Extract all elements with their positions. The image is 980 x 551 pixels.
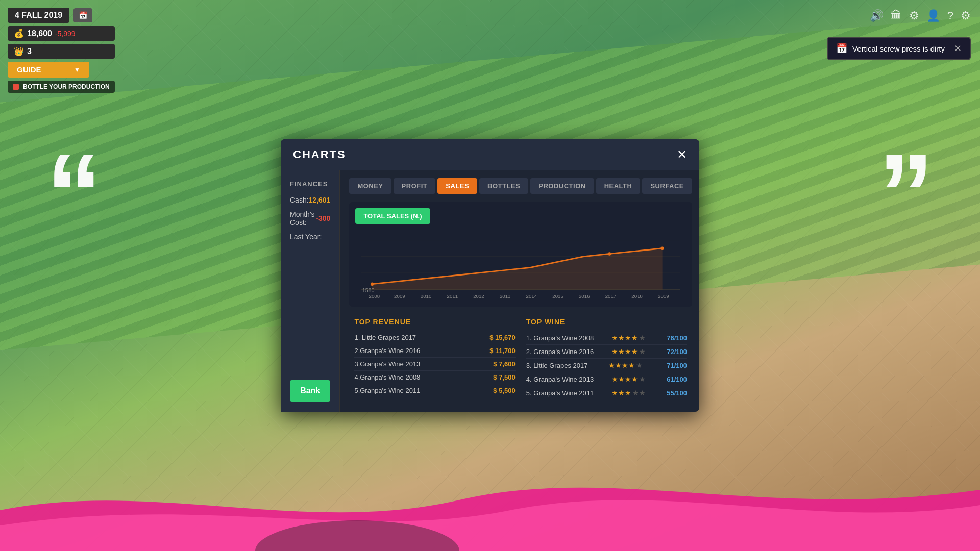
tab-sales[interactable]: SALES bbox=[437, 178, 477, 194]
chart-svg: 1580 2008 2009 2010 bbox=[355, 229, 686, 300]
top-revenue-title: TOP REVENUE bbox=[354, 318, 515, 326]
finances-title: FINANCES bbox=[290, 180, 330, 188]
svg-text:2008: 2008 bbox=[369, 293, 380, 299]
cash-row: Cash: 12,601 bbox=[290, 196, 330, 204]
charts-panel: MONEY PROFIT SALES BOTTLES PRODUCTION HE… bbox=[340, 170, 701, 412]
dialog-title: CHARTS bbox=[293, 148, 346, 161]
months-cost-row: Month's Cost: -300 bbox=[290, 210, 330, 227]
tab-money[interactable]: MONEY bbox=[349, 178, 391, 194]
charts-dialog: CHARTS ✕ FINANCES Cash: 12,601 Month's C… bbox=[281, 139, 699, 412]
svg-text:2016: 2016 bbox=[579, 293, 590, 299]
svg-text:2011: 2011 bbox=[447, 293, 458, 299]
tables-row: TOP REVENUE 1. Little Grapes 2017 $ 15,6… bbox=[349, 314, 692, 404]
bank-button[interactable]: Bank bbox=[290, 380, 330, 402]
svg-text:2017: 2017 bbox=[605, 293, 617, 299]
tab-surface[interactable]: SURFACE bbox=[642, 178, 692, 194]
table-row: 5.Granpa's Wine 2011 $ 5,500 bbox=[354, 384, 515, 397]
table-row: 3. Little Grapes 2017 ★★★★★ 71/100 bbox=[526, 359, 687, 372]
table-row: 4. Granpa's Wine 2013 ★★★★★ 61/100 bbox=[526, 372, 687, 386]
finances-panel: FINANCES Cash: 12,601 Month's Cost: -300… bbox=[281, 170, 340, 412]
table-row: 2.Granpa's Wine 2016 $ 11,700 bbox=[354, 344, 515, 358]
table-row: 3.Granpa's Wine 2013 $ 7,600 bbox=[354, 358, 515, 371]
svg-text:2013: 2013 bbox=[500, 293, 511, 299]
svg-text:2010: 2010 bbox=[421, 293, 432, 299]
tab-bar: MONEY PROFIT SALES BOTTLES PRODUCTION HE… bbox=[349, 178, 692, 194]
last-year-row: Last Year: bbox=[290, 233, 330, 241]
tab-profit[interactable]: PROFIT bbox=[394, 178, 436, 194]
tab-health[interactable]: HEALTH bbox=[596, 178, 641, 194]
svg-text:2019: 2019 bbox=[658, 293, 669, 299]
dialog-overlay: CHARTS ✕ FINANCES Cash: 12,601 Month's C… bbox=[0, 0, 980, 551]
table-row: 1. Granpa's Wine 2008 ★★★★★ 76/100 bbox=[526, 331, 687, 345]
chart-selector-button[interactable]: TOTAL SALES (N.) bbox=[355, 208, 430, 224]
svg-point-7 bbox=[371, 282, 374, 285]
table-row: 4.Granpa's Wine 2008 $ 7,500 bbox=[354, 371, 515, 384]
tab-production[interactable]: PRODUCTION bbox=[530, 178, 594, 194]
dialog-body: FINANCES Cash: 12,601 Month's Cost: -300… bbox=[281, 170, 699, 412]
top-wine-section: TOP WINE 1. Granpa's Wine 2008 ★★★★★ 76/… bbox=[521, 314, 692, 404]
months-cost-value: -300 bbox=[316, 214, 330, 222]
svg-text:2014: 2014 bbox=[526, 293, 537, 299]
months-cost-label: Month's Cost: bbox=[290, 210, 316, 227]
table-row: 1. Little Grapes 2017 $ 15,670 bbox=[354, 331, 515, 344]
svg-point-9 bbox=[661, 246, 664, 249]
tab-bottles[interactable]: BOTTLES bbox=[479, 178, 528, 194]
dialog-header: CHARTS ✕ bbox=[281, 139, 699, 170]
table-row: 2. Granpa's Wine 2016 ★★★★★ 72/100 bbox=[526, 345, 687, 359]
chart-area: TOTAL SALES (N.) 1580 bbox=[349, 202, 692, 307]
dialog-close-button[interactable]: ✕ bbox=[677, 147, 687, 162]
svg-text:2012: 2012 bbox=[474, 293, 485, 299]
cash-label: Cash: bbox=[290, 196, 309, 204]
svg-point-8 bbox=[608, 252, 611, 255]
svg-text:2015: 2015 bbox=[553, 293, 564, 299]
top-wine-title: TOP WINE bbox=[526, 318, 687, 326]
svg-text:2018: 2018 bbox=[632, 293, 643, 299]
cash-value: 12,601 bbox=[309, 196, 331, 204]
svg-text:2009: 2009 bbox=[395, 293, 406, 299]
table-row: 5. Granpa's Wine 2011 ★★★★★ 55/100 bbox=[526, 386, 687, 399]
last-year-label: Last Year: bbox=[290, 233, 322, 241]
top-revenue-section: TOP REVENUE 1. Little Grapes 2017 $ 15,6… bbox=[349, 314, 521, 404]
